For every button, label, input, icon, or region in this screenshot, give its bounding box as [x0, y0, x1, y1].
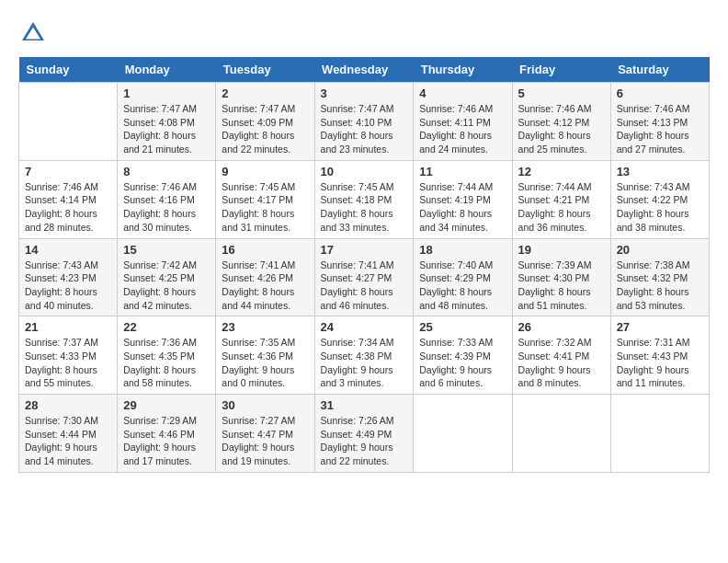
week-row-3: 14 Sunrise: 7:43 AMSunset: 4:23 PMDaylig…: [19, 238, 710, 316]
day-info: Sunrise: 7:45 AMSunset: 4:18 PMDaylight:…: [321, 180, 408, 235]
day-number: 19: [518, 243, 605, 257]
day-number: 23: [222, 320, 308, 334]
day-info: Sunrise: 7:46 AMSunset: 4:14 PMDaylight:…: [25, 180, 111, 235]
day-info: Sunrise: 7:41 AMSunset: 4:26 PMDaylight:…: [222, 259, 308, 313]
calendar-cell: 5 Sunrise: 7:46 AMSunset: 4:12 PMDayligh…: [512, 83, 610, 161]
logo-icon: [18, 18, 48, 48]
day-number: 31: [321, 398, 408, 412]
day-number: 8: [123, 165, 210, 178]
day-info: Sunrise: 7:26 AMSunset: 4:49 PMDaylight:…: [321, 414, 408, 468]
weekday-header-thursday: Thursday: [414, 57, 512, 83]
day-info: Sunrise: 7:27 AMSunset: 4:47 PMDaylight:…: [222, 414, 308, 468]
day-number: 21: [25, 320, 111, 334]
day-number: 24: [321, 320, 408, 334]
calendar-cell: 16 Sunrise: 7:41 AMSunset: 4:26 PMDaylig…: [216, 238, 314, 316]
day-info: Sunrise: 7:38 AMSunset: 4:32 PMDaylight:…: [617, 259, 703, 313]
weekday-header-row: SundayMondayTuesdayWednesdayThursdayFrid…: [19, 57, 710, 83]
calendar-cell: 30 Sunrise: 7:27 AMSunset: 4:47 PMDaylig…: [216, 395, 314, 473]
weekday-header-monday: Monday: [118, 57, 216, 83]
day-info: Sunrise: 7:40 AMSunset: 4:29 PMDaylight:…: [419, 259, 506, 313]
calendar-cell: [610, 395, 709, 473]
day-number: 3: [321, 86, 408, 100]
calendar-cell: 6 Sunrise: 7:46 AMSunset: 4:13 PMDayligh…: [610, 83, 709, 161]
calendar-cell: 3 Sunrise: 7:47 AMSunset: 4:10 PMDayligh…: [314, 83, 414, 161]
weekday-header-wednesday: Wednesday: [314, 57, 414, 83]
day-number: 25: [419, 320, 506, 334]
day-number: 16: [222, 243, 308, 257]
calendar-cell: 20 Sunrise: 7:38 AMSunset: 4:32 PMDaylig…: [610, 238, 709, 316]
calendar-cell: 13 Sunrise: 7:43 AMSunset: 4:22 PMDaylig…: [610, 160, 709, 238]
calendar-cell: 25 Sunrise: 7:33 AMSunset: 4:39 PMDaylig…: [414, 316, 512, 395]
calendar-cell: 11 Sunrise: 7:44 AMSunset: 4:19 PMDaylig…: [414, 160, 512, 238]
week-row-2: 7 Sunrise: 7:46 AMSunset: 4:14 PMDayligh…: [19, 160, 710, 238]
calendar-cell: 12 Sunrise: 7:44 AMSunset: 4:21 PMDaylig…: [512, 160, 610, 238]
calendar-cell: 31 Sunrise: 7:26 AMSunset: 4:49 PMDaylig…: [314, 395, 414, 473]
day-info: Sunrise: 7:29 AMSunset: 4:46 PMDaylight:…: [123, 414, 210, 468]
day-number: 4: [419, 86, 506, 100]
day-number: 5: [518, 86, 605, 100]
day-number: 17: [321, 243, 408, 257]
calendar-cell: 10 Sunrise: 7:45 AMSunset: 4:18 PMDaylig…: [314, 160, 414, 238]
day-info: Sunrise: 7:36 AMSunset: 4:35 PMDaylight:…: [123, 336, 210, 390]
day-info: Sunrise: 7:33 AMSunset: 4:39 PMDaylight:…: [419, 336, 506, 390]
day-info: Sunrise: 7:46 AMSunset: 4:13 PMDaylight:…: [617, 102, 703, 156]
calendar-cell: 27 Sunrise: 7:31 AMSunset: 4:43 PMDaylig…: [610, 316, 709, 395]
day-number: 2: [222, 86, 308, 100]
day-number: 11: [419, 165, 506, 178]
day-number: 26: [518, 320, 605, 334]
calendar-cell: [19, 83, 118, 161]
calendar-cell: 9 Sunrise: 7:45 AMSunset: 4:17 PMDayligh…: [216, 160, 314, 238]
day-info: Sunrise: 7:42 AMSunset: 4:25 PMDaylight:…: [123, 259, 210, 313]
day-info: Sunrise: 7:46 AMSunset: 4:16 PMDaylight:…: [123, 180, 210, 235]
day-info: Sunrise: 7:47 AMSunset: 4:09 PMDaylight:…: [222, 102, 308, 156]
day-number: 27: [617, 320, 703, 334]
day-info: Sunrise: 7:31 AMSunset: 4:43 PMDaylight:…: [617, 336, 703, 390]
calendar-cell: 24 Sunrise: 7:34 AMSunset: 4:38 PMDaylig…: [314, 316, 414, 395]
day-number: 13: [617, 165, 703, 178]
page-header: [18, 18, 710, 48]
day-info: Sunrise: 7:35 AMSunset: 4:36 PMDaylight:…: [222, 336, 308, 390]
day-number: 10: [321, 165, 408, 178]
day-number: 20: [617, 243, 703, 257]
day-info: Sunrise: 7:46 AMSunset: 4:11 PMDaylight:…: [419, 102, 506, 156]
week-row-5: 28 Sunrise: 7:30 AMSunset: 4:44 PMDaylig…: [19, 395, 710, 473]
day-number: 15: [123, 243, 210, 257]
calendar-cell: 14 Sunrise: 7:43 AMSunset: 4:23 PMDaylig…: [19, 238, 118, 316]
day-info: Sunrise: 7:47 AMSunset: 4:08 PMDaylight:…: [123, 102, 210, 156]
calendar-cell: 2 Sunrise: 7:47 AMSunset: 4:09 PMDayligh…: [216, 83, 314, 161]
calendar-cell: 23 Sunrise: 7:35 AMSunset: 4:36 PMDaylig…: [216, 316, 314, 395]
day-info: Sunrise: 7:41 AMSunset: 4:27 PMDaylight:…: [321, 259, 408, 313]
calendar-cell: 29 Sunrise: 7:29 AMSunset: 4:46 PMDaylig…: [118, 395, 216, 473]
day-info: Sunrise: 7:30 AMSunset: 4:44 PMDaylight:…: [25, 414, 111, 468]
weekday-header-tuesday: Tuesday: [216, 57, 314, 83]
calendar-cell: 8 Sunrise: 7:46 AMSunset: 4:16 PMDayligh…: [118, 160, 216, 238]
week-row-1: 1 Sunrise: 7:47 AMSunset: 4:08 PMDayligh…: [19, 83, 710, 161]
day-info: Sunrise: 7:37 AMSunset: 4:33 PMDaylight:…: [25, 336, 111, 390]
day-info: Sunrise: 7:47 AMSunset: 4:10 PMDaylight:…: [321, 102, 408, 156]
day-number: 12: [518, 165, 605, 178]
calendar-table: SundayMondayTuesdayWednesdayThursdayFrid…: [18, 57, 710, 473]
day-info: Sunrise: 7:43 AMSunset: 4:22 PMDaylight:…: [617, 180, 703, 235]
weekday-header-sunday: Sunday: [19, 57, 118, 83]
calendar-cell: 22 Sunrise: 7:36 AMSunset: 4:35 PMDaylig…: [118, 316, 216, 395]
day-info: Sunrise: 7:39 AMSunset: 4:30 PMDaylight:…: [518, 259, 605, 313]
day-number: 22: [123, 320, 210, 334]
weekday-header-saturday: Saturday: [610, 57, 709, 83]
day-number: 18: [419, 243, 506, 257]
calendar-cell: 1 Sunrise: 7:47 AMSunset: 4:08 PMDayligh…: [118, 83, 216, 161]
day-number: 9: [222, 165, 308, 178]
day-info: Sunrise: 7:45 AMSunset: 4:17 PMDaylight:…: [222, 180, 308, 235]
day-number: 6: [617, 86, 703, 100]
calendar-cell: 21 Sunrise: 7:37 AMSunset: 4:33 PMDaylig…: [19, 316, 118, 395]
day-number: 14: [25, 243, 111, 257]
day-info: Sunrise: 7:46 AMSunset: 4:12 PMDaylight:…: [518, 102, 605, 156]
day-number: 29: [123, 398, 210, 412]
logo: [18, 18, 51, 48]
day-number: 1: [123, 86, 210, 100]
day-info: Sunrise: 7:32 AMSunset: 4:41 PMDaylight:…: [518, 336, 605, 390]
calendar-cell: [414, 395, 512, 473]
calendar-cell: 28 Sunrise: 7:30 AMSunset: 4:44 PMDaylig…: [19, 395, 118, 473]
week-row-4: 21 Sunrise: 7:37 AMSunset: 4:33 PMDaylig…: [19, 316, 710, 395]
day-number: 28: [25, 398, 111, 412]
calendar-cell: 7 Sunrise: 7:46 AMSunset: 4:14 PMDayligh…: [19, 160, 118, 238]
